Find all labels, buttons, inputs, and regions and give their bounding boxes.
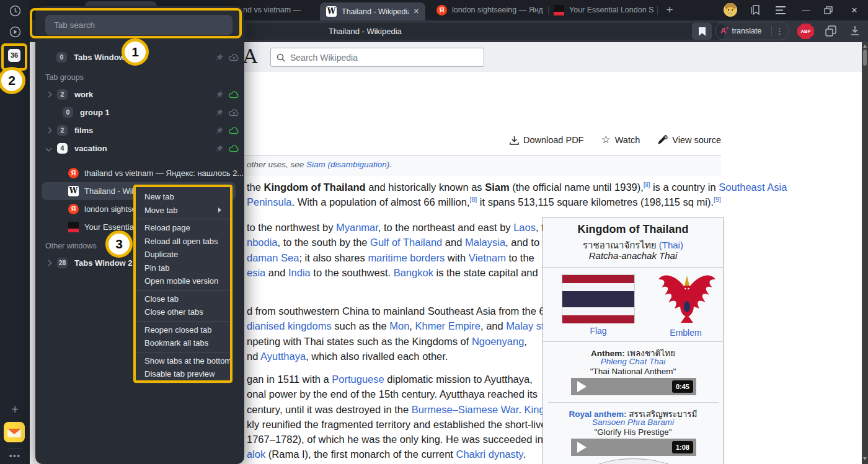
article-actions: Download PDF ☆ Watch View source [510,135,721,145]
url-field[interactable] [247,23,724,40]
yandex-mail-icon[interactable] [4,422,25,442]
other-windows-label: Other windows [45,242,97,250]
pin-icon[interactable] [216,53,224,61]
watch-button[interactable]: ☆ Watch [601,135,640,145]
adblock-plus-icon[interactable]: ABP [797,24,814,39]
chevron-right-icon[interactable] [46,92,52,98]
tab-your-essential-london[interactable]: Your Essential London Sig [554,5,654,15]
audio-duration: 1:08 [672,441,693,453]
highlight-box-context-menu [133,185,232,383]
cloud-synced-icon[interactable] [229,90,239,98]
cloud-upload-icon[interactable] [229,53,239,61]
london-guide-icon [554,5,564,15]
pin-icon[interactable] [216,90,224,98]
audio-duration: 0:45 [672,380,693,393]
bookmarks-panel-icon[interactable] [749,4,761,15]
flag-link[interactable]: Flag [562,326,635,336]
highlight-box-tab-search [30,8,242,38]
callout-1: 1 [122,38,149,66]
pen-lock-icon [657,135,668,145]
view-source-button[interactable]: View source [657,135,721,145]
close-tab-icon[interactable]: ✕ [414,7,419,15]
royal-anthem-translation: "Glorify His Prestige" [543,427,723,437]
royal-anthem-audio-player[interactable]: 1:08 [571,439,696,456]
panel-tab-thailand-vs-vietnam[interactable]: Я thailand vs vietnam — Яндекс: нашлось … [35,164,244,182]
rail-add-icon[interactable]: + [0,403,30,417]
group-row-work[interactable]: 2 work [35,85,244,103]
play-icon[interactable] [577,381,587,392]
tab-separator [657,6,658,15]
page-scrollbar[interactable] [862,42,868,464]
wikipedia-icon: W [326,6,337,17]
cloud-synced-icon[interactable] [229,126,239,134]
emblem-link[interactable]: Emblem [653,328,718,338]
hatnote: other uses, see Siam (disambiguation). [247,160,392,169]
menu-icon[interactable] [775,6,786,15]
chevron-right-icon[interactable] [46,128,52,134]
translate-menu-icon[interactable]: ⋮ [776,27,784,36]
rail-more-icon[interactable]: ••• [0,450,30,461]
london-guide-icon [68,222,79,232]
anthem-name-link[interactable]: Phleng Chat Thai [543,357,723,366]
country-infobox: Kingdom of Thailand ราชอาณาจักรไทย (Thai… [542,217,724,464]
pin-icon[interactable] [216,126,224,134]
profile-avatar[interactable] [724,3,737,17]
downloads-icon[interactable] [850,25,860,36]
play-media-icon[interactable] [0,26,30,38]
yandex-icon: Я [436,5,447,15]
location-map-partial [581,458,686,464]
history-clock-icon[interactable] [0,5,30,17]
tab-groups-label: Tab groups [45,73,84,82]
group-row-group1[interactable]: 0 group 1 [35,103,244,121]
scroll-up-arrow[interactable] [863,45,867,48]
paragraph-ayutthaya: gan in 1511 with a Portuguese diplomatic… [247,372,569,462]
divider [7,449,22,449]
wikipedia-icon: W [68,186,79,196]
anthem-translation: "Thai National Anthem" [543,367,723,376]
group-row-vacation[interactable]: 4 vacation [35,139,244,157]
bookmark-flag-icon[interactable] [692,23,712,40]
wikipedia-wordmark-partial: A [243,45,257,68]
new-tab-button[interactable]: + [662,1,677,19]
scroll-down-arrow[interactable] [863,457,867,460]
tab-separator [548,6,549,15]
star-icon: ☆ [601,136,610,144]
extensions-icon[interactable] [825,25,837,37]
page-title-in-addressbar: Thailand - Wikipedia [329,23,402,40]
browser-window: nd vs vietnam — Янд W Thailand - Wikiped… [0,0,868,464]
page-edge-sliver [30,42,35,464]
minimize-button[interactable]: — [797,0,815,20]
search-icon [277,53,285,62]
chevron-right-icon[interactable] [46,260,52,266]
paragraph-geography: to the northwest by Myanmar, to the nort… [247,220,557,280]
close-window-button[interactable]: ✕ [845,0,864,20]
yandex-icon: Я [68,204,79,214]
cloud-upload-icon[interactable] [229,108,239,116]
cloud-synced-icon[interactable] [229,144,239,152]
infobox-title: Kingdom of Thailand [543,223,723,236]
group-row-films[interactable]: 2 films [35,121,244,139]
yandex-icon: Я [68,168,79,178]
tab-thailand-vs-vietnam[interactable]: nd vs vietnam — Янд [243,0,302,20]
pin-icon[interactable] [216,144,224,152]
scrollbar-thumb[interactable] [863,50,867,66]
callout-3: 3 [105,230,133,258]
translate-button[interactable]: Aᵃ translate ⋮ [715,22,789,40]
royal-anthem-name-link[interactable]: Sansoen Phra Barami [543,418,723,427]
garuda-emblem-image[interactable] [655,269,719,326]
tab-thailand-wikipedia[interactable]: W Thailand - Wikipedia ✕ [320,2,425,20]
paragraph-history: d from southwestern China to mainland So… [247,304,564,364]
play-icon[interactable] [577,442,587,453]
pin-icon[interactable] [216,108,224,116]
wikipedia-search-input[interactable]: Search Wikipedia [270,48,484,67]
restore-button[interactable] [824,6,833,14]
infobox-romanization: Ratcha-anachak Thai [543,250,723,261]
chevron-down-icon[interactable] [46,146,52,152]
anthem-audio-player[interactable]: 0:45 [571,378,696,395]
paragraph-intro: the Kingdom of Thailand and historically… [247,180,787,210]
download-icon [510,136,519,145]
translate-icon: Aᵃ [720,26,728,35]
tab-london-sightseeing[interactable]: Я london sightseeing — Янд [436,5,545,15]
download-pdf-button[interactable]: Download PDF [510,135,584,145]
thailand-flag-image[interactable] [562,274,635,323]
